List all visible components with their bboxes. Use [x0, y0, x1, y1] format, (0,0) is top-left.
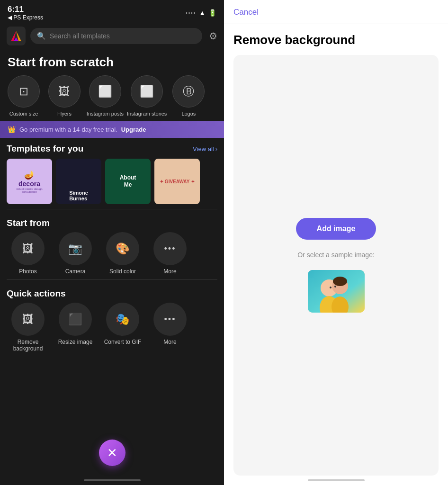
categories-row: ⊡ Custom size 🖼 Flyers ⬜ Instagram posts… — [0, 73, 224, 121]
start-from-section: Start from 🖼 Photos 📷 Camera 🎨 Solid col… — [0, 211, 224, 278]
status-app-back[interactable]: ◀ PS Express — [8, 14, 43, 21]
quick-actions-section: Quick actions 🖼 Removebackground ⬛ Resiz… — [0, 282, 224, 355]
templates-section: Templates for you View all › 🪔 decora vi… — [0, 138, 224, 207]
gif-label: Convert to GIF — [104, 339, 142, 345]
start-from-camera[interactable]: 📷 Camera — [54, 232, 97, 275]
status-left: 6:11 ◀ PS Express — [8, 5, 43, 21]
template-card-about[interactable]: AboutMe — [105, 159, 151, 204]
svg-point-8 — [333, 277, 347, 286]
quick-action-gif[interactable]: 🎭 Convert to GIF — [101, 303, 144, 352]
view-all-button[interactable]: View all › — [193, 145, 217, 153]
templates-title: Templates for you — [7, 144, 83, 154]
chevron-right-icon: › — [215, 145, 217, 153]
giveaway-text: ✦ GIVEAWAY ✦ — [160, 179, 195, 184]
divider-1 — [7, 209, 217, 209]
scratch-section: Start from scratch ⊡ Custom size 🖼 Flyer… — [0, 49, 224, 121]
status-bar: 6:11 ◀ PS Express •••• ▲ 🔋 — [0, 0, 224, 23]
more-label: More — [163, 268, 176, 275]
instagram-stories-label: Instagram stories — [127, 110, 167, 117]
gif-icon: 🎭 — [106, 303, 139, 336]
status-time: 6:11 — [8, 5, 43, 14]
premium-banner[interactable]: 👑 Go premium with a 14-day free trial. U… — [0, 121, 224, 138]
sample-image[interactable] — [308, 270, 365, 313]
instagram-posts-icon: ⬜ — [89, 75, 121, 108]
category-flyers[interactable]: 🖼 Flyers — [45, 75, 83, 117]
right-header: Cancel — [224, 0, 448, 24]
add-image-button[interactable]: Add image — [296, 218, 376, 240]
logos-icon: Ⓑ — [172, 75, 205, 108]
app-header: 🔍 Search all templates ⚙ — [0, 23, 224, 49]
photos-icon: 🖼 — [11, 232, 45, 265]
camera-label: Camera — [65, 268, 86, 275]
remove-bg-title: Remove background — [224, 24, 448, 55]
flyers-icon: 🖼 — [48, 75, 81, 108]
quick-action-remove-bg[interactable]: 🖼 Removebackground — [7, 303, 49, 352]
home-indicator-right — [224, 476, 448, 485]
solid-color-label: Solid color — [109, 268, 136, 275]
crown-icon: 👑 — [8, 126, 16, 133]
decora-title: decora — [18, 180, 40, 188]
search-icon: 🔍 — [37, 32, 46, 40]
instagram-posts-label: Instagram posts — [87, 110, 124, 117]
home-bar — [308, 479, 365, 481]
custom-size-label: Custom size — [9, 110, 38, 117]
photos-label: Photos — [19, 268, 36, 275]
battery-icon: 🔋 — [208, 9, 216, 17]
signal-dots-icon: •••• — [186, 10, 196, 16]
lamp-icon: 🪔 — [24, 170, 35, 180]
home-indicator — [84, 479, 141, 481]
templates-row: 🪔 decora virtual interior design consult… — [7, 159, 217, 204]
category-instagram-posts[interactable]: ⬜ Instagram posts — [86, 75, 124, 117]
or-select-text: Or select a sample image: — [297, 251, 375, 259]
logos-label: Logos — [181, 110, 196, 117]
sample-image-inner — [308, 270, 365, 313]
start-from-solid-color[interactable]: 🎨 Solid color — [101, 232, 144, 275]
divider-2 — [7, 279, 217, 280]
svg-point-10 — [334, 286, 336, 287]
simone-name: SimoneBurnes — [69, 190, 88, 201]
upload-area: Add image Or select a sample image: — [233, 55, 439, 476]
status-right: •••• ▲ 🔋 — [186, 9, 216, 17]
sample-image-svg — [308, 270, 365, 313]
more-icon: ••• — [153, 232, 187, 265]
flyers-label: Flyers — [57, 110, 72, 117]
start-from-more[interactable]: ••• More — [149, 232, 191, 275]
search-bar[interactable]: 🔍 Search all templates — [30, 28, 202, 44]
remove-bg-label: Removebackground — [13, 339, 43, 352]
settings-icon[interactable]: ⚙ — [209, 30, 217, 42]
start-from-title: Start from — [7, 218, 217, 228]
quick-action-resize[interactable]: ⬛ Resize image — [54, 303, 97, 352]
quick-action-more[interactable]: ••• More — [149, 303, 191, 352]
quick-actions-title: Quick actions — [7, 288, 217, 299]
right-panel: Cancel Remove background Add image Or se… — [224, 0, 448, 485]
logo-svg — [10, 30, 22, 42]
premium-text: Go premium with a 14-day free trial. — [19, 126, 117, 133]
cancel-button[interactable]: Cancel — [233, 8, 259, 17]
search-placeholder: Search all templates — [50, 32, 110, 40]
quick-actions-row: 🖼 Removebackground ⬛ Resize image 🎭 Conv… — [7, 299, 217, 352]
solid-color-icon: 🎨 — [106, 232, 139, 265]
start-from-photos[interactable]: 🖼 Photos — [7, 232, 49, 275]
left-panel: 6:11 ◀ PS Express •••• ▲ 🔋 🔍 Search all … — [0, 0, 224, 485]
svg-point-9 — [330, 287, 332, 288]
template-card-decora[interactable]: 🪔 decora virtual interior design consult… — [7, 159, 52, 204]
template-card-simone[interactable]: SimoneBurnes — [56, 159, 101, 204]
upgrade-button[interactable]: Upgrade — [121, 126, 146, 133]
custom-size-icon: ⊡ — [8, 75, 40, 108]
instagram-stories-icon: ⬜ — [131, 75, 163, 108]
category-logos[interactable]: Ⓑ Logos — [170, 75, 207, 117]
template-card-giveaway[interactable]: ✦ GIVEAWAY ✦ — [154, 159, 200, 204]
resize-label: Resize image — [58, 339, 93, 345]
app-logo[interactable] — [7, 27, 26, 45]
scratch-title: Start from scratch — [0, 49, 224, 73]
wifi-icon: ▲ — [199, 9, 206, 17]
category-instagram-stories[interactable]: ⬜ Instagram stories — [127, 75, 167, 117]
qa-more-icon: ••• — [153, 303, 187, 336]
close-fab-button[interactable]: ✕ — [99, 440, 125, 466]
about-text: AboutMe — [120, 174, 136, 189]
remove-bg-icon: 🖼 — [11, 303, 45, 336]
start-from-row: 🖼 Photos 📷 Camera 🎨 Solid color ••• More — [7, 228, 217, 275]
qa-more-label: More — [163, 339, 176, 345]
category-custom-size[interactable]: ⊡ Custom size — [5, 75, 43, 117]
resize-icon: ⬛ — [59, 303, 92, 336]
